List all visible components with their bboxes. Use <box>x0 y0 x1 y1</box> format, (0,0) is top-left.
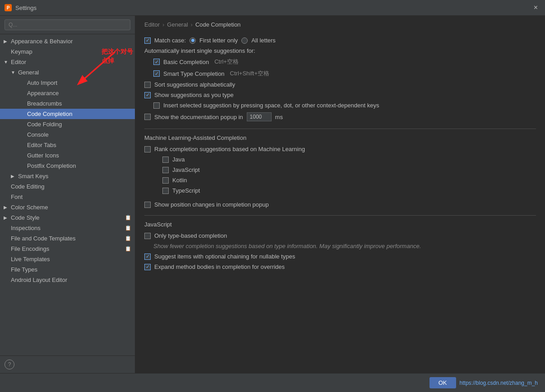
sidebar-item-appearance-behavior[interactable]: ▶ Appearance & Behavior <box>0 36 135 46</box>
sidebar-item-breadcrumbs[interactable]: Breadcrumbs <box>0 98 135 109</box>
breadcrumb: Editor › General › Code Completion <box>135 16 545 32</box>
show-position-checkbox[interactable] <box>144 202 151 208</box>
sidebar-item-font[interactable]: Font <box>0 192 135 202</box>
sidebar-item-code-folding[interactable]: Code Folding <box>0 119 135 129</box>
basic-completion-shortcut: Ctrl+空格 <box>214 58 239 66</box>
smart-type-row: Smart Type Completion Ctrl+Shift+空格 <box>144 68 536 79</box>
sidebar-item-code-style[interactable]: ▶ Code Style 📋 <box>0 212 135 223</box>
typescript-checkbox[interactable] <box>162 188 169 194</box>
sidebar-item-code-completion[interactable]: Code Completion <box>0 109 135 119</box>
rank-ml-checkbox[interactable] <box>144 146 151 152</box>
rank-ml-label: Rank completion suggestions based on Mac… <box>154 146 305 152</box>
show-doc-label1: Show the documentation popup in <box>154 114 243 120</box>
sidebar-item-general[interactable]: ▼ General <box>0 67 135 78</box>
ml-section-header: Machine Learning-Assisted Completion <box>144 134 536 141</box>
smart-type-checkbox[interactable] <box>153 70 160 77</box>
type-based-checkbox[interactable] <box>144 233 151 239</box>
badge-icon: 📋 <box>125 235 131 241</box>
basic-completion-row: Basic Completion Ctrl+空格 <box>144 56 536 68</box>
kotlin-label: Kotlin <box>172 177 187 184</box>
arrow-icon: ▼ <box>11 70 18 75</box>
sidebar-item-file-types[interactable]: File Types <box>0 264 135 275</box>
sidebar-item-appearance[interactable]: Appearance <box>0 88 135 98</box>
kotlin-row: Kotlin <box>144 175 536 185</box>
arrow-icon: ▼ <box>4 60 11 65</box>
basic-completion-checkbox[interactable] <box>153 59 160 65</box>
java-row: Java <box>144 154 536 165</box>
help-button[interactable]: ? <box>5 360 14 369</box>
all-letters-radio[interactable] <box>241 37 248 44</box>
sidebar-item-keymap[interactable]: Keymap <box>0 46 135 57</box>
first-letter-radio[interactable] <box>189 37 196 44</box>
typescript-row: TypeScript <box>144 185 536 196</box>
type-based-label: Only type-based completion <box>154 232 227 239</box>
divider-ml <box>144 129 536 129</box>
show-doc-popup-checkbox[interactable] <box>144 114 151 120</box>
type-based-desc-row: Show fewer completion suggestions based … <box>144 241 536 251</box>
match-case-checkbox[interactable] <box>144 37 151 44</box>
match-case-label: Match case: <box>154 37 186 44</box>
show-position-label: Show position changes in completion popu… <box>154 201 269 208</box>
sidebar-item-editor-tabs[interactable]: Editor Tabs <box>0 140 135 150</box>
all-letters-label: All letters <box>251 37 275 44</box>
bottom-url: https://blog.csdn.net/zhang_m_h <box>460 380 538 386</box>
js-section-header: JavaScript <box>144 221 536 228</box>
sort-alpha-row: Sort suggestions alphabetically <box>144 79 536 90</box>
type-based-desc: Show fewer completion suggestions based … <box>153 243 421 249</box>
sidebar-item-live-templates[interactable]: Live Templates <box>0 254 135 264</box>
show-doc-label2: ms <box>275 114 283 120</box>
javascript-checkbox[interactable] <box>162 167 169 173</box>
auto-insert-label: Automatically insert single suggestions … <box>144 47 255 54</box>
suggest-optional-label: Suggest items with optional chaining for… <box>154 253 295 260</box>
basic-completion-label: Basic Completion <box>163 59 209 65</box>
sidebar-item-file-code-templates[interactable]: File and Code Templates 📋 <box>0 233 135 244</box>
type-based-row: Only type-based completion <box>144 231 536 241</box>
smart-type-shortcut: Ctrl+Shift+空格 <box>230 69 269 78</box>
rank-ml-row: Rank completion suggestions based on Mac… <box>144 144 536 154</box>
show-as-type-row: Show suggestions as you type <box>144 90 536 100</box>
breadcrumb-sep1: › <box>162 21 164 28</box>
show-as-type-label: Show suggestions as you type <box>154 92 234 98</box>
show-as-type-checkbox[interactable] <box>144 92 151 98</box>
sidebar-item-inspections[interactable]: Inspections 📋 <box>0 223 135 233</box>
sidebar-item-android-layout[interactable]: Android Layout Editor <box>0 275 135 285</box>
sidebar-item-file-encodings[interactable]: File Encodings 📋 <box>0 244 135 254</box>
search-input[interactable] <box>5 19 130 30</box>
breadcrumb-sep2: › <box>191 21 193 28</box>
content-scroll: Match case: First letter only All letter… <box>135 32 545 373</box>
breadcrumb-editor: Editor <box>144 21 160 28</box>
sidebar: ▶ Appearance & Behavior Keymap ▼ Editor … <box>0 16 135 373</box>
first-letter-label: First letter only <box>199 37 238 44</box>
sidebar-item-auto-import[interactable]: Auto Import <box>0 78 135 88</box>
sidebar-item-postfix-completion[interactable]: Postfix Completion <box>0 161 135 171</box>
badge-icon: 📋 <box>125 215 131 221</box>
sidebar-bottom: ? <box>0 355 135 373</box>
sidebar-item-color-scheme[interactable]: ▶ Color Scheme <box>0 202 135 212</box>
insert-by-space-checkbox[interactable] <box>153 102 160 109</box>
kotlin-checkbox[interactable] <box>162 177 169 184</box>
close-button[interactable]: × <box>531 3 540 13</box>
breadcrumb-general: General <box>167 21 188 28</box>
java-label: Java <box>172 156 185 163</box>
content-panel: Editor › General › Code Completion Match… <box>135 16 545 373</box>
arrow-icon: ▶ <box>4 205 11 210</box>
match-case-row: Match case: First letter only All letter… <box>144 35 536 46</box>
window-title: Settings <box>15 5 531 11</box>
sort-alpha-label: Sort suggestions alphabetically <box>154 81 235 88</box>
typescript-label: TypeScript <box>172 187 200 194</box>
sidebar-item-editor[interactable]: ▼ Editor <box>0 57 135 67</box>
show-doc-popup-row: Show the documentation popup in ms <box>144 111 536 123</box>
ok-button[interactable]: OK <box>430 377 456 388</box>
badge-icon: 📋 <box>125 225 131 231</box>
sidebar-item-console[interactable]: Console <box>0 129 135 140</box>
sidebar-item-smart-keys[interactable]: ▶ Smart Keys <box>0 171 135 181</box>
java-checkbox[interactable] <box>162 157 169 163</box>
title-bar: P Settings × <box>0 0 545 16</box>
suggest-optional-checkbox[interactable] <box>144 254 151 260</box>
expand-methods-checkbox[interactable] <box>144 264 151 270</box>
doc-popup-ms-input[interactable] <box>247 112 272 121</box>
sort-alpha-checkbox[interactable] <box>144 82 151 88</box>
auto-insert-row: Automatically insert single suggestions … <box>144 46 536 56</box>
sidebar-item-code-editing[interactable]: Code Editing <box>0 181 135 192</box>
sidebar-item-gutter-icons[interactable]: Gutter Icons <box>0 150 135 161</box>
